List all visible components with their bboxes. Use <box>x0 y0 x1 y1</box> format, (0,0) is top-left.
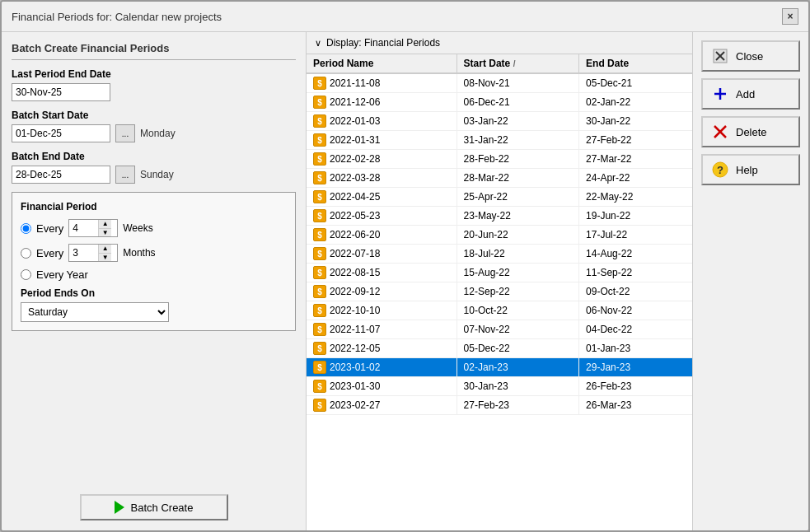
cell-end-date: 17-Jul-22 <box>579 226 692 245</box>
every-year-radio[interactable] <box>21 269 31 280</box>
close-button[interactable]: Close <box>701 40 800 72</box>
batch-end-date-group: Batch End Date ... Sunday <box>12 151 296 184</box>
row-dollar-icon: $ <box>313 361 326 374</box>
table-row[interactable]: $2021-11-0808-Nov-2105-Dec-21 <box>307 73 692 93</box>
row-dollar-icon: $ <box>313 114 326 128</box>
table-row[interactable]: $2022-08-1515-Aug-2211-Sep-22 <box>307 264 692 282</box>
cell-period-name: $2022-01-03 <box>307 112 457 131</box>
weeks-decrement-button[interactable]: ▼ <box>99 229 111 237</box>
content-area: Batch Create Financial Periods Last Peri… <box>2 32 808 530</box>
cell-start-date: 12-Sep-22 <box>457 282 578 301</box>
months-decrement-button[interactable]: ▼ <box>99 254 111 262</box>
cell-start-date: 20-Jun-22 <box>457 226 578 245</box>
months-spinner-buttons: ▲ ▼ <box>98 245 111 261</box>
cell-end-date: 27-Mar-22 <box>579 150 692 169</box>
delete-button[interactable]: Delete <box>701 116 800 147</box>
weeks-value-input[interactable] <box>69 220 98 236</box>
cell-start-date: 27-Feb-23 <box>457 396 578 415</box>
cell-start-date: 05-Dec-22 <box>457 339 578 358</box>
cell-start-date: 28-Mar-22 <box>457 169 578 188</box>
cell-start-date: 06-Dec-21 <box>457 93 578 112</box>
cell-period-name: $2022-12-05 <box>307 339 457 358</box>
table-container[interactable]: Period Name Start Date / End Date <box>307 54 692 530</box>
cell-start-date: 30-Jan-23 <box>457 377 578 396</box>
cell-period-name: $2022-05-23 <box>307 207 457 226</box>
months-unit-label: Months <box>123 247 155 259</box>
every-weeks-row: Every ▲ ▼ Weeks <box>21 219 287 237</box>
cell-start-date: 07-Nov-22 <box>457 320 578 339</box>
table-row[interactable]: $2022-01-3131-Jan-2227-Feb-22 <box>307 131 692 150</box>
batch-start-date-row: ... Monday <box>12 124 296 142</box>
cell-end-date: 05-Dec-21 <box>579 73 692 93</box>
every-weeks-radio[interactable] <box>21 223 31 234</box>
middle-panel: ∨ Display: Financial Periods Period Name… <box>307 32 693 530</box>
table-row[interactable]: $2022-05-2323-May-2219-Jun-22 <box>307 207 692 226</box>
help-button-label: Help <box>736 164 758 176</box>
col-start-date: Start Date / <box>457 54 578 73</box>
dialog: Financial Periods for: Calendar new proj… <box>0 0 810 532</box>
table-row[interactable]: $2022-06-2020-Jun-2217-Jul-22 <box>307 226 692 245</box>
table-row[interactable]: $2022-09-1212-Sep-2209-Oct-22 <box>307 282 692 301</box>
svg-text:?: ? <box>717 164 723 176</box>
title-bar-close-button[interactable]: × <box>782 8 798 25</box>
cell-period-name: $2022-03-28 <box>307 169 457 188</box>
row-dollar-icon: $ <box>313 171 326 184</box>
period-ends-on-select[interactable]: Saturday Sunday Monday Tuesday Wednesday… <box>21 302 169 322</box>
batch-start-date-browse-button[interactable]: ... <box>115 124 135 142</box>
row-dollar-icon: $ <box>313 190 326 203</box>
table-row[interactable]: $2022-12-0505-Dec-2201-Jan-23 <box>307 339 692 358</box>
last-period-end-date-input[interactable] <box>12 83 110 101</box>
every-months-label: Every <box>36 247 63 259</box>
table-row[interactable]: $2022-10-1010-Oct-2206-Nov-22 <box>307 301 692 320</box>
row-dollar-icon: $ <box>313 342 326 355</box>
weeks-increment-button[interactable]: ▲ <box>99 220 111 229</box>
cell-period-name: $2022-06-20 <box>307 226 457 245</box>
months-value-input[interactable] <box>69 245 98 261</box>
months-spinner: ▲ ▼ <box>68 244 118 262</box>
period-ends-on-label: Period Ends On <box>21 287 287 299</box>
table-row[interactable]: $2021-12-0606-Dec-2102-Jan-22 <box>307 93 692 112</box>
cell-end-date: 06-Nov-22 <box>579 301 692 320</box>
table-row[interactable]: $2023-02-2727-Feb-2326-Mar-23 <box>307 396 692 415</box>
every-months-radio[interactable] <box>21 248 31 259</box>
close-icon <box>711 47 729 65</box>
title-bar: Financial Periods for: Calendar new proj… <box>2 2 808 32</box>
batch-create-button[interactable]: Batch Create <box>80 494 228 520</box>
cell-end-date: 04-Dec-22 <box>579 320 692 339</box>
batch-end-date-input[interactable] <box>12 166 110 184</box>
cell-period-name: $2023-02-27 <box>307 396 457 415</box>
cell-start-date: 02-Jan-23 <box>457 358 578 377</box>
table-row[interactable]: $2022-02-2828-Feb-2227-Mar-22 <box>307 150 692 169</box>
add-icon <box>711 85 729 103</box>
help-button[interactable]: ? Help <box>701 154 800 185</box>
months-increment-button[interactable]: ▲ <box>99 245 111 254</box>
cell-start-date: 28-Feb-22 <box>457 150 578 169</box>
cell-start-date: 15-Aug-22 <box>457 264 578 282</box>
batch-start-date-input[interactable] <box>12 124 110 142</box>
table-row[interactable]: $2022-03-2828-Mar-2224-Apr-22 <box>307 169 692 188</box>
weeks-spinner: ▲ ▼ <box>68 219 118 237</box>
batch-end-date-browse-button[interactable]: ... <box>115 166 135 184</box>
add-button[interactable]: Add <box>701 78 800 110</box>
cell-period-name: $2021-11-08 <box>307 73 457 93</box>
row-dollar-icon: $ <box>313 304 326 317</box>
dialog-title: Financial Periods for: Calendar new proj… <box>12 11 222 23</box>
cell-start-date: 03-Jan-22 <box>457 112 578 131</box>
table-row[interactable]: $2022-07-1818-Jul-2214-Aug-22 <box>307 245 692 264</box>
batch-start-date-group: Batch Start Date ... Monday <box>12 110 296 142</box>
help-icon: ? <box>711 161 729 179</box>
table-row[interactable]: $2022-04-2525-Apr-2222-May-22 <box>307 188 692 207</box>
table-row[interactable]: $2023-01-0202-Jan-2329-Jan-23 <box>307 358 692 377</box>
left-panel-title: Batch Create Financial Periods <box>12 42 296 60</box>
table-header-bar: ∨ Display: Financial Periods <box>307 32 692 54</box>
cell-end-date: 27-Feb-22 <box>579 131 692 150</box>
table-header: Period Name Start Date / End Date <box>307 54 692 73</box>
play-icon <box>115 501 124 514</box>
table-row[interactable]: $2022-11-0707-Nov-2204-Dec-22 <box>307 320 692 339</box>
row-dollar-icon: $ <box>313 285 326 298</box>
right-panel: Close Add Delete <box>693 32 808 530</box>
table-row[interactable]: $2022-01-0303-Jan-2230-Jan-22 <box>307 112 692 131</box>
row-dollar-icon: $ <box>313 152 326 166</box>
cell-start-date: 08-Nov-21 <box>457 73 578 93</box>
table-row[interactable]: $2023-01-3030-Jan-2326-Feb-23 <box>307 377 692 396</box>
